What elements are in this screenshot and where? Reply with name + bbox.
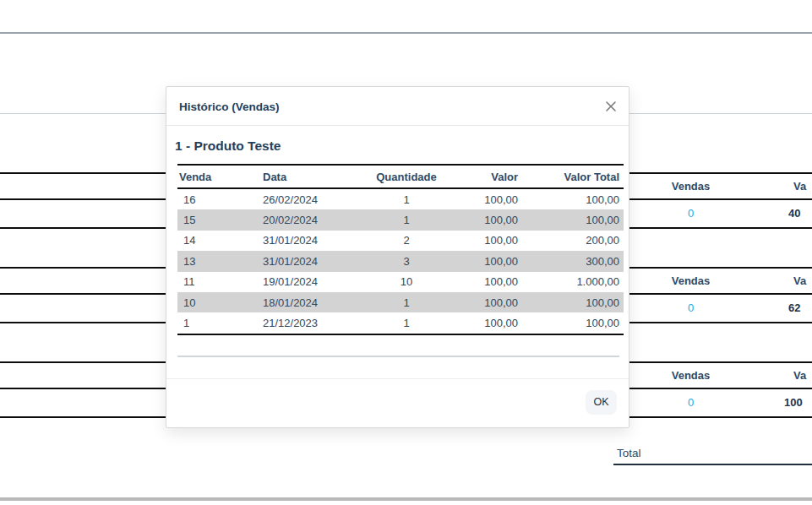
- valor-column-header: Va: [793, 363, 806, 388]
- table-cell: 100,00: [518, 188, 624, 209]
- table-cell: 100,00: [518, 292, 624, 312]
- valor-amount: 40: [788, 200, 800, 227]
- table-cell: 100,00: [449, 292, 518, 312]
- table-cell: 100,00: [449, 209, 518, 230]
- table-cell: 10: [364, 272, 449, 292]
- product-name: 1 - Produto Teste: [175, 138, 281, 154]
- sales-history-table-head-row: VendaDataQuantidadeValorValor Total: [177, 165, 624, 188]
- table-cell: 100,00: [449, 188, 518, 209]
- table-cell: 100,00: [449, 272, 518, 292]
- table-row[interactable]: 1331/01/20243100,00300,00: [177, 251, 624, 271]
- table-cell: 2: [364, 231, 449, 251]
- table-cell: 16: [177, 188, 263, 209]
- sales-history-table: VendaDataQuantidadeValorValor Total 1626…: [177, 164, 624, 335]
- sales-history-table-body: 1626/02/20241100,00100,001520/02/2024110…: [177, 188, 624, 334]
- table-cell: 19/01/2024: [263, 272, 364, 292]
- page-top-divider: [0, 32, 812, 34]
- table-row[interactable]: 1520/02/20241100,00100,00: [177, 209, 624, 230]
- historico-vendas-dialog: Histórico (Vendas) 1 - Produto Teste Ven…: [166, 86, 629, 428]
- table-cell: 31/01/2024: [263, 231, 364, 251]
- valor-amount: 100: [784, 389, 803, 416]
- table-cell: 1.000,00: [518, 272, 624, 292]
- column-header: Data: [263, 165, 364, 188]
- table-cell: 300,00: [518, 251, 624, 271]
- column-header: Venda: [177, 165, 263, 188]
- table-cell: 1: [364, 188, 449, 209]
- table-row[interactable]: 1626/02/20241100,00100,00: [177, 188, 624, 209]
- table-cell: 3: [364, 251, 449, 271]
- table-cell: 21/12/2023: [263, 312, 364, 334]
- table-row[interactable]: 1431/01/20242100,00200,00: [177, 231, 624, 251]
- valor-amount: 62: [788, 295, 800, 322]
- column-header: Valor Total: [518, 165, 624, 188]
- dialog-title: Histórico (Vendas): [179, 100, 280, 114]
- table-cell: 26/02/2024: [263, 188, 364, 209]
- column-header: Valor: [449, 165, 518, 188]
- page-bottom-divider: [0, 497, 812, 501]
- dialog-header-divider: [166, 125, 629, 126]
- table-cell: 13: [177, 251, 263, 271]
- total-row-divider: [613, 464, 812, 465]
- close-x-glyph: [603, 99, 619, 114]
- table-cell: 1: [364, 312, 449, 334]
- table-row[interactable]: 1018/01/20241100,00100,00: [177, 292, 624, 312]
- table-cell: 10: [177, 292, 263, 312]
- table-row[interactable]: 1119/01/202410100,001.000,00: [177, 272, 624, 292]
- table-cell: 15: [177, 209, 263, 230]
- table-cell: 18/01/2024: [263, 292, 364, 312]
- table-cell: 11: [177, 272, 263, 292]
- table-cell: 100,00: [449, 231, 518, 251]
- vendas-column-header: Vendas: [629, 363, 752, 388]
- table-cell: 31/01/2024: [263, 251, 364, 271]
- table-cell: 100,00: [449, 312, 518, 334]
- vendas-column-header: Vendas: [629, 174, 752, 198]
- table-cell: 1: [364, 209, 449, 230]
- valor-column-header: Va: [793, 174, 806, 198]
- valor-column-header: Va: [793, 269, 806, 293]
- table-cell: 200,00: [518, 231, 624, 251]
- vendas-count-link[interactable]: 0: [629, 389, 752, 416]
- table-row[interactable]: 121/12/20231100,00100,00: [177, 312, 624, 334]
- table-cell: 1: [364, 292, 449, 312]
- table-cell: 100,00: [518, 312, 624, 334]
- table-cell: 100,00: [449, 251, 518, 271]
- table-cell: 14: [177, 231, 263, 251]
- vendas-count-link[interactable]: 0: [629, 295, 752, 322]
- dialog-footer-divider: [166, 378, 629, 379]
- vendas-column-header: Vendas: [629, 269, 752, 293]
- ok-button[interactable]: OK: [586, 390, 617, 415]
- total-label: Total: [617, 447, 641, 460]
- vendas-count-link[interactable]: 0: [629, 200, 752, 227]
- close-icon[interactable]: [602, 98, 619, 115]
- column-header: Quantidade: [364, 165, 449, 188]
- table-cell: 20/02/2024: [263, 209, 364, 230]
- table-footer-divider: [177, 356, 619, 357]
- table-cell: 1: [177, 312, 263, 334]
- table-cell: 100,00: [518, 209, 624, 230]
